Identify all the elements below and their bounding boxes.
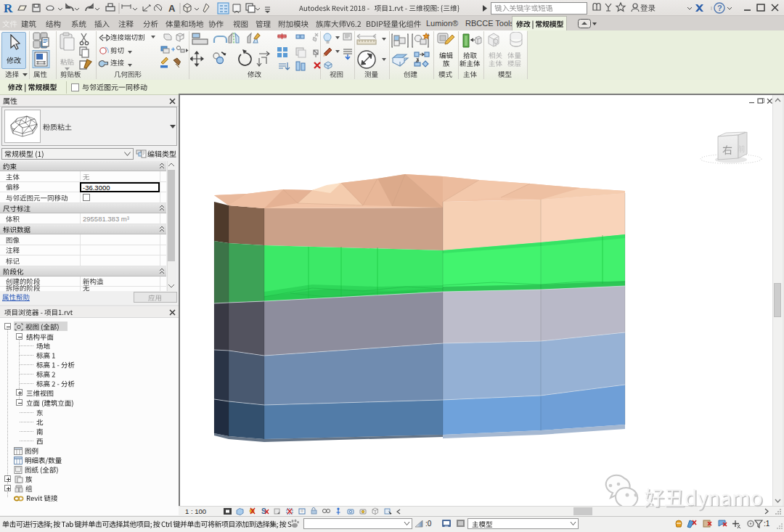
svg-text:S: S	[261, 507, 266, 515]
